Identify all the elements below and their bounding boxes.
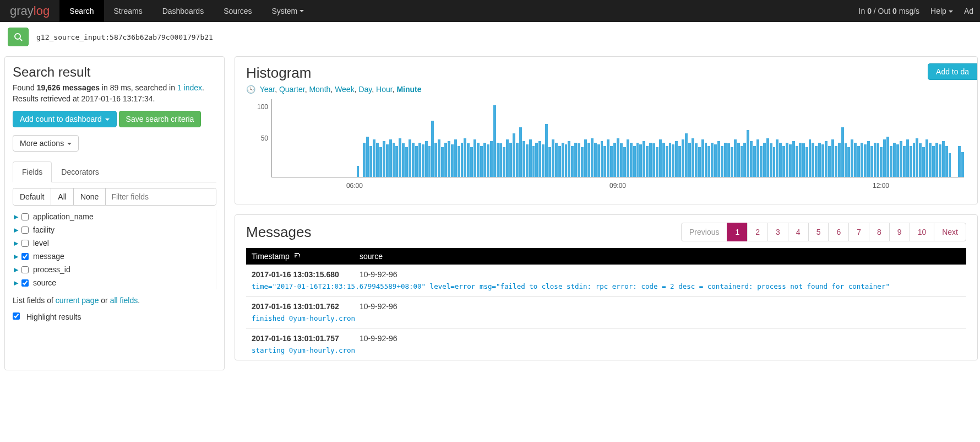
field-name[interactable]: process_id (33, 265, 70, 274)
chart-bar (825, 141, 827, 177)
tab-decorators[interactable]: Decorators (52, 161, 108, 182)
field-checkbox[interactable] (21, 279, 29, 287)
chart-bar (747, 130, 749, 177)
field-row: ▶source (13, 276, 213, 289)
interval-minute[interactable]: Minute (396, 85, 421, 94)
histogram-chart[interactable]: 50100 06:0009:0012:00 (246, 99, 966, 193)
chart-bar (682, 139, 684, 177)
fields-default-button[interactable]: Default (13, 188, 51, 205)
pagination-page-7[interactable]: 7 (848, 223, 869, 241)
chart-bar (831, 139, 834, 177)
message-row[interactable]: 2017-01-16 13:03:15.68010-9-92-96time="2… (246, 265, 966, 296)
interval-hour[interactable]: Hour (376, 85, 393, 94)
expand-field-icon[interactable]: ▶ (14, 266, 18, 273)
tab-fields[interactable]: Fields (13, 161, 52, 182)
message-timestamp: 2017-01-16 13:03:15.680 (252, 270, 360, 279)
chart-bar (717, 141, 720, 177)
add-to-dashboard-button[interactable]: Add to da (928, 63, 977, 80)
nav-item-search[interactable]: Search (59, 0, 104, 22)
field-name[interactable]: application_name (33, 212, 94, 221)
field-checkbox[interactable] (21, 240, 29, 247)
field-name[interactable]: level (33, 239, 49, 247)
chart-bar (591, 138, 594, 177)
chevron-down-icon (949, 10, 953, 13)
nav-help[interactable]: Help (930, 7, 953, 15)
field-name[interactable]: message (33, 252, 64, 261)
field-checkbox[interactable] (21, 253, 29, 260)
nav-item-streams[interactable]: Streams (104, 0, 153, 22)
highlight-results-label: Highlight results (26, 312, 81, 321)
chart-bar (659, 139, 662, 177)
column-header-source[interactable]: source (360, 252, 383, 261)
search-result-title: Search result (13, 64, 216, 80)
messages-table-header: Timestamp source (246, 248, 966, 265)
current-page-link[interactable]: current page (56, 296, 99, 305)
message-row[interactable]: 2017-01-16 13:01:01.76210-9-92-96finishe… (246, 296, 966, 328)
interval-selector: 🕓 Year, Quarter, Month, Week, Day, Hour,… (246, 85, 966, 94)
filter-fields-input[interactable] (106, 188, 216, 205)
chart-bar (499, 143, 502, 177)
field-list[interactable]: ▶application_name▶facility▶level▶message… (13, 210, 216, 289)
list-links-post: . (138, 296, 140, 305)
nav-item-label: Sources (224, 7, 252, 15)
fields-all-button[interactable]: All (51, 188, 74, 205)
nav-item-dashboards[interactable]: Dashboards (153, 0, 214, 22)
pagination-page-9[interactable]: 9 (889, 223, 910, 241)
search-query-text[interactable]: g12_source_input:587c36b62ab79c0001797b2… (36, 33, 213, 41)
chart-x-axis: 06:0009:0012:00 (271, 182, 964, 193)
expand-field-icon[interactable]: ▶ (14, 279, 18, 287)
pagination-page-6[interactable]: 6 (828, 223, 849, 241)
chart-bar (896, 144, 899, 177)
interval-quarter[interactable]: Quarter (279, 85, 305, 94)
field-name[interactable]: source (33, 278, 56, 287)
expand-field-icon[interactable]: ▶ (14, 253, 18, 260)
chart-bar (562, 143, 564, 177)
pagination-page-4[interactable]: 4 (788, 223, 809, 241)
expand-field-icon[interactable]: ▶ (14, 240, 18, 247)
more-actions-button[interactable]: More actions (13, 135, 79, 152)
search-button[interactable] (8, 28, 29, 46)
message-row[interactable]: 2017-01-16 13:01:01.75710-9-92-96startin… (246, 328, 966, 360)
pagination-page-8[interactable]: 8 (869, 223, 890, 241)
expand-field-icon[interactable]: ▶ (14, 213, 18, 220)
chart-bar (935, 143, 938, 177)
nav-item-sources[interactable]: Sources (214, 0, 262, 22)
field-checkbox[interactable] (21, 213, 29, 220)
chart-bar (376, 143, 379, 177)
pagination-next[interactable]: Next (934, 223, 966, 241)
list-fields-links: List fields of current page or all field… (13, 296, 216, 305)
chart-bar (578, 143, 580, 177)
chart-bar (705, 143, 707, 177)
nav-admin[interactable]: Ad (964, 7, 973, 15)
field-checkbox[interactable] (21, 227, 29, 234)
chart-bar (821, 144, 824, 177)
chart-bar (493, 105, 496, 177)
x-tick: 12:00 (873, 182, 889, 190)
pagination-page-10[interactable]: 10 (910, 223, 935, 241)
pagination-page-5[interactable]: 5 (808, 223, 829, 241)
interval-week[interactable]: Week (335, 85, 355, 94)
chart-bar (565, 144, 568, 177)
index-link[interactable]: 1 index (177, 83, 202, 92)
expand-field-icon[interactable]: ▶ (14, 227, 18, 234)
field-name[interactable]: facility (33, 225, 55, 234)
pagination-page-1[interactable]: 1 (727, 223, 748, 241)
pagination-page-3[interactable]: 3 (767, 223, 788, 241)
interval-day[interactable]: Day (358, 85, 372, 94)
chart-bar (812, 143, 814, 177)
add-count-to-dashboard-button[interactable]: Add count to dashboard (13, 111, 117, 127)
chart-bar (695, 143, 698, 177)
field-checkbox[interactable] (21, 266, 29, 273)
pagination-prev[interactable]: Previous (681, 223, 727, 241)
highlight-results-checkbox[interactable] (13, 312, 20, 320)
logo[interactable]: graylog (0, 0, 59, 22)
interval-month[interactable]: Month (309, 85, 330, 94)
fields-none-button[interactable]: None (74, 188, 106, 205)
nav-item-system[interactable]: System (262, 0, 314, 22)
column-header-timestamp[interactable]: Timestamp (252, 252, 360, 261)
save-search-criteria-button[interactable]: Save search criteria (119, 111, 202, 127)
pagination-page-2[interactable]: 2 (747, 223, 768, 241)
chart-bar (854, 143, 857, 177)
all-fields-link[interactable]: all fields (110, 296, 138, 305)
interval-year[interactable]: Year (260, 85, 275, 94)
